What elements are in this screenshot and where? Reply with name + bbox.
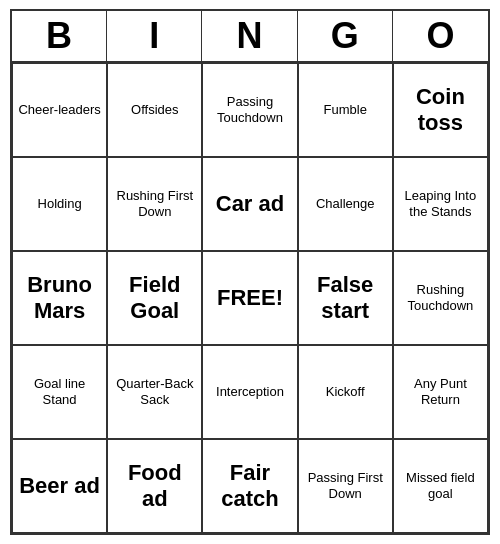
bingo-cell: Interception xyxy=(202,345,297,439)
header-letter: N xyxy=(202,11,297,61)
bingo-cell: Fair catch xyxy=(202,439,297,533)
header-letter: I xyxy=(107,11,202,61)
bingo-cell: Passing First Down xyxy=(298,439,393,533)
bingo-cell: Leaping Into the Stands xyxy=(393,157,488,251)
bingo-cell: Coin toss xyxy=(393,63,488,157)
bingo-cell: Offsides xyxy=(107,63,202,157)
bingo-cell: Food ad xyxy=(107,439,202,533)
header-letter: O xyxy=(393,11,488,61)
bingo-card: BINGO Cheer-leadersOffsidesPassing Touch… xyxy=(10,9,490,535)
bingo-header: BINGO xyxy=(12,11,488,63)
bingo-cell: Missed field goal xyxy=(393,439,488,533)
bingo-cell: Kickoff xyxy=(298,345,393,439)
header-letter: B xyxy=(12,11,107,61)
bingo-cell: Challenge xyxy=(298,157,393,251)
bingo-cell: Passing Touchdown xyxy=(202,63,297,157)
bingo-cell: False start xyxy=(298,251,393,345)
bingo-cell: FREE! xyxy=(202,251,297,345)
bingo-cell: Any Punt Return xyxy=(393,345,488,439)
bingo-cell: Fumble xyxy=(298,63,393,157)
bingo-grid: Cheer-leadersOffsidesPassing TouchdownFu… xyxy=(12,63,488,533)
bingo-cell: Bruno Mars xyxy=(12,251,107,345)
bingo-cell: Car ad xyxy=(202,157,297,251)
bingo-cell: Cheer-leaders xyxy=(12,63,107,157)
header-letter: G xyxy=(298,11,393,61)
bingo-cell: Field Goal xyxy=(107,251,202,345)
bingo-cell: Quarter-Back Sack xyxy=(107,345,202,439)
bingo-cell: Rushing Touchdown xyxy=(393,251,488,345)
bingo-cell: Beer ad xyxy=(12,439,107,533)
bingo-cell: Rushing First Down xyxy=(107,157,202,251)
bingo-cell: Goal line Stand xyxy=(12,345,107,439)
bingo-cell: Holding xyxy=(12,157,107,251)
